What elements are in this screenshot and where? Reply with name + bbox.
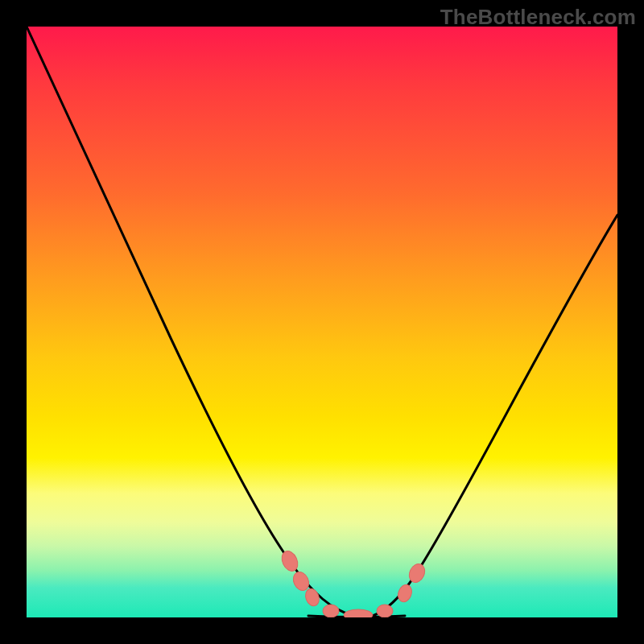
chart-svg bbox=[27, 27, 617, 617]
marker-dot bbox=[323, 605, 339, 617]
marker-dot bbox=[344, 609, 373, 617]
marker-dot bbox=[377, 605, 393, 617]
right-curve bbox=[373, 215, 617, 616]
marker-dot bbox=[396, 583, 415, 604]
left-curve bbox=[27, 27, 357, 616]
outer-frame: TheBottleneck.com bbox=[0, 0, 644, 644]
chart-plot-area bbox=[27, 27, 617, 617]
low-markers bbox=[279, 548, 427, 617]
marker-dot bbox=[279, 548, 300, 573]
